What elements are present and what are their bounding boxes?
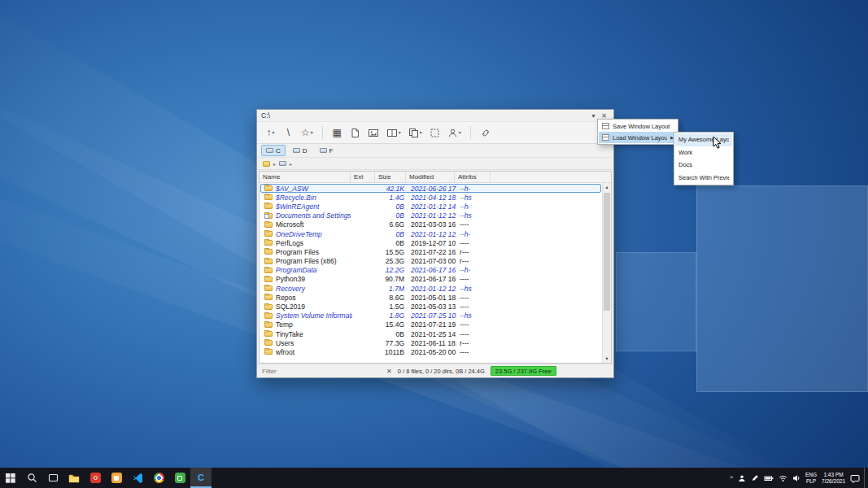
root-button[interactable]: \ — [281, 124, 296, 142]
column-header-name[interactable]: Name — [260, 172, 351, 182]
start-button[interactable] — [0, 468, 21, 488]
file-row-microsoft[interactable]: Microsoft6.6G2021-03-03 16:35---- — [260, 220, 601, 229]
column-header-modified[interactable]: Modified — [406, 172, 455, 182]
action-center-icon[interactable] — [850, 473, 860, 483]
file-modified-cell: 2021-07-22 16:39 — [408, 248, 456, 256]
file-row-perflogs[interactable]: PerfLogs0B2019-12-07 10:14---- — [260, 238, 601, 247]
people-icon[interactable] — [738, 474, 746, 482]
battery-icon[interactable] — [764, 474, 774, 482]
file-row-repos[interactable]: Repos8.6G2021-05-01 18:01---- — [260, 293, 601, 302]
file-size-cell: 15.5G — [377, 248, 408, 256]
volume-icon[interactable] — [792, 474, 800, 482]
breadcrumb[interactable]: ▸ ▸ — [257, 158, 613, 170]
filter-input[interactable] — [262, 368, 381, 375]
file-row-documents-and-settings[interactable]: Documents and Settings0B2021-01-12 12:01… — [260, 211, 601, 220]
file-row-onedrivetemp[interactable]: OneDriveTemp0B2021-01-12 12:08--h- — [260, 229, 601, 238]
vertical-scrollbar[interactable]: ▲ ▼ — [602, 183, 611, 363]
file-row-users[interactable]: Users77.3G2021-06-11 18:30r--- — [260, 338, 601, 347]
file-attribs-cell: --h- — [456, 266, 492, 274]
folder-icon — [264, 213, 273, 219]
link-icon — [480, 128, 491, 138]
file-row-wfroot[interactable]: wfroot1011B2021-05-20 00:26---- — [260, 347, 601, 356]
file-row-temp[interactable]: Temp15.4G2021-07-21 19:47---- — [260, 320, 601, 329]
up-button[interactable]: ↑▾ — [263, 124, 278, 142]
scroll-up-icon[interactable]: ▲ — [603, 183, 611, 191]
taskbar-app-orange[interactable] — [106, 468, 127, 488]
show-desktop-button[interactable] — [864, 468, 868, 488]
file-modified-cell: 2021-01-12 12:08 — [408, 230, 456, 238]
file-row-program-files[interactable]: Program Files15.5G2021-07-22 16:39r--- — [260, 247, 601, 256]
taskbar-app-red[interactable] — [85, 468, 106, 488]
menu-item-search-with-preview[interactable]: Search With Preview — [675, 172, 732, 185]
drive-tab-d[interactable]: D — [288, 145, 312, 156]
column-header-attribs[interactable]: Attribs — [455, 172, 491, 182]
file-size-cell: 90.7M — [377, 275, 408, 283]
menu-item-save-window-layout[interactable]: Save Window Layout — [599, 120, 677, 132]
file-row-sql2019[interactable]: SQL20191.5G2021-05-03 13:40---- — [260, 302, 601, 311]
file-row-system-volume-information[interactable]: System Volume Information1.8G2021-07-25 … — [260, 312, 601, 320]
user-profile-button[interactable]: ▾ — [445, 124, 464, 142]
select-button[interactable] — [427, 124, 443, 142]
search-button[interactable] — [21, 468, 42, 488]
file-attribs-cell: --h- — [456, 230, 492, 238]
scrollbar-track[interactable] — [603, 191, 611, 355]
link-button[interactable] — [478, 124, 494, 142]
column-header-ext[interactable]: Ext — [351, 172, 375, 182]
task-view-button[interactable] — [42, 468, 63, 488]
scroll-down-icon[interactable]: ▼ — [603, 355, 611, 363]
drive-icon[interactable] — [279, 161, 286, 166]
clear-filter-icon[interactable]: ✕ — [386, 368, 392, 375]
chevron-down-icon: ▾ — [459, 130, 461, 135]
folder-icon — [264, 231, 273, 237]
file-row-recovery[interactable]: Recovery1.7M2021-01-12 12:19--hs — [260, 284, 601, 293]
copy-button[interactable]: ▾ — [406, 124, 425, 142]
image-viewer-button[interactable] — [365, 124, 382, 142]
file-row-av-asw[interactable]: $AV_ASW42.1K2021-06-26 17:22--h- — [260, 184, 601, 193]
scrollbar-thumb[interactable] — [604, 193, 610, 311]
hidden-icons-chevron[interactable]: ^ — [730, 475, 733, 481]
system-tray: ^ ENGPLP 1:43 PM7/26/2021 — [726, 468, 864, 488]
favorites-button[interactable]: ☆▾ — [299, 124, 316, 142]
taskbar-app-file-manager[interactable]: C — [190, 468, 212, 488]
file-name: Users — [276, 339, 294, 347]
vscode-icon — [133, 473, 143, 483]
new-file-button[interactable] — [347, 124, 363, 142]
taskbar-app-green[interactable] — [169, 468, 190, 488]
menu-item-work[interactable]: Work — [675, 146, 732, 159]
desktop[interactable]: C:\ ▾ ✕ ↑▾ \ ☆▾ ▦ ▾ ▾ ▾ C D F ▸ — [0, 0, 868, 488]
taskbar-app-vscode[interactable] — [127, 468, 148, 488]
folder-icon — [264, 313, 273, 319]
crumb-arrow-icon[interactable]: ▸ — [290, 161, 292, 167]
drive-tab-c[interactable]: C — [261, 145, 286, 156]
file-row-winreagent[interactable]: $WinREAgent0B2021-01-12 14:13--h- — [260, 202, 601, 211]
taskbar-app-chrome[interactable] — [148, 468, 169, 488]
folder-icon — [264, 304, 273, 310]
panel-layout-button[interactable]: ▾ — [384, 124, 403, 142]
file-name-cell: Users — [261, 339, 352, 347]
view-grid-button[interactable]: ▦ — [329, 124, 345, 142]
network-icon[interactable] — [779, 474, 787, 482]
computer-icon[interactable] — [263, 161, 270, 167]
menu-item-label: Save Window Layout — [613, 123, 674, 130]
column-header-size[interactable]: Size — [375, 172, 406, 182]
menu-item-docs[interactable]: Docs — [675, 159, 732, 172]
column-headers: Name Ext Size Modified Attribs — [260, 172, 611, 183]
clock[interactable]: 1:43 PM7/26/2021 — [822, 472, 845, 485]
title-bar[interactable]: C:\ ▾ ✕ — [257, 110, 613, 121]
file-row-tinytake[interactable]: TinyTake0B2021-01-25 14:22---- — [260, 329, 601, 338]
file-row-recycle-bin[interactable]: $Recycle.Bin1.4G2021-04-12 18:05--hs — [260, 193, 601, 202]
drive-tab-f[interactable]: F — [315, 145, 338, 156]
menu-item-load-window-layout[interactable]: Load Window Layout▶ — [599, 132, 677, 143]
file-manager-window: C:\ ▾ ✕ ↑▾ \ ☆▾ ▦ ▾ ▾ ▾ C D F ▸ — [256, 109, 614, 378]
crumb-arrow-icon[interactable]: ▸ — [273, 161, 276, 167]
pen-icon[interactable] — [751, 474, 759, 482]
taskbar-app-explorer[interactable] — [63, 468, 85, 488]
file-row-programdata[interactable]: ProgramData12.2G2021-06-17 16:51--h- — [260, 266, 601, 275]
column-header-filler — [491, 172, 611, 182]
file-row-python39[interactable]: Python3990.7M2021-06-17 16:52---- — [260, 275, 601, 284]
folder-icon — [264, 185, 273, 191]
dual-panel-icon — [386, 128, 398, 138]
language-indicator[interactable]: ENGPLP — [805, 472, 817, 485]
file-row-program-files-x86[interactable]: Program Files (x86)25.3G2021-07-03 00:47… — [260, 257, 601, 266]
menu-item-my-awesome-layout[interactable]: My Awesome Layout — [675, 133, 732, 146]
